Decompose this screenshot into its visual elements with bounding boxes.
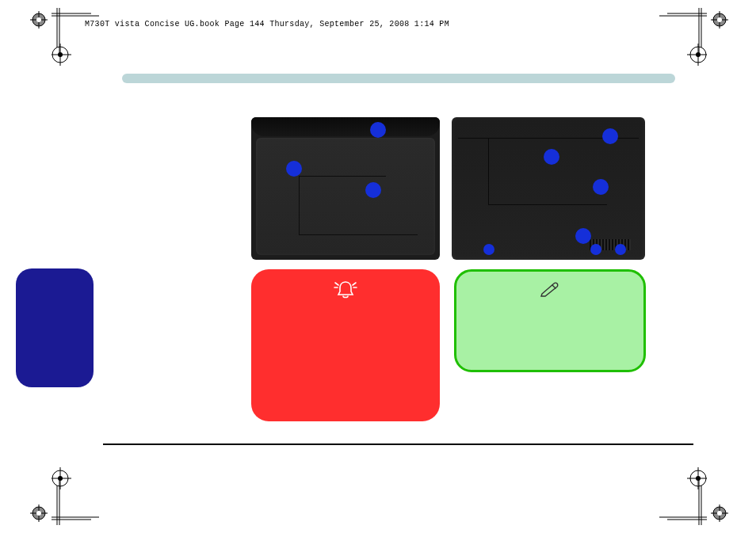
page-header-text: M730T vista Concise UG.book Page 144 Thu… [85,20,449,29]
svg-line-50 [353,283,356,285]
footer-rule [103,444,693,445]
callout-dot-icon [575,228,591,244]
alarm-bell-icon [333,279,358,305]
callout-dot-icon [593,179,609,195]
svg-point-32 [52,470,68,486]
crop-marks-icon [52,8,115,71]
crop-marks-icon [643,8,707,71]
callout-dot-icon [483,244,494,255]
callout-dot-icon [365,182,381,198]
svg-point-35 [58,476,63,481]
svg-point-0 [32,13,45,26]
svg-point-27 [36,511,41,516]
warning-box [251,269,440,421]
svg-point-47 [696,476,701,481]
svg-point-24 [32,507,45,520]
callout-dot-icon [286,161,302,177]
registration-mark-icon [30,11,48,29]
section-heading-bar [122,74,675,83]
svg-line-52 [552,285,556,288]
registration-mark-icon [30,504,48,522]
laptop-underside-photo-left [251,117,440,260]
crop-marks-icon [643,462,707,525]
svg-point-11 [58,52,63,57]
svg-point-3 [36,17,41,22]
pen-icon [540,281,560,301]
chapter-tab [16,268,94,387]
svg-point-15 [717,17,722,22]
callout-dot-icon [590,244,601,255]
callout-dot-icon [615,244,626,255]
callout-dot-icon [370,122,386,138]
svg-point-23 [696,52,701,57]
registration-mark-icon [711,504,728,522]
svg-point-44 [690,470,706,486]
note-box [454,269,646,372]
laptop-underside-photo-right [452,117,645,260]
crop-marks-icon [52,462,115,525]
svg-point-36 [713,507,726,520]
svg-point-8 [52,47,68,63]
svg-point-39 [717,511,722,516]
callout-dot-icon [602,128,618,144]
svg-point-20 [690,47,706,63]
svg-line-48 [335,283,338,285]
registration-mark-icon [711,11,728,29]
callout-dot-icon [544,149,559,165]
svg-point-12 [713,13,726,26]
